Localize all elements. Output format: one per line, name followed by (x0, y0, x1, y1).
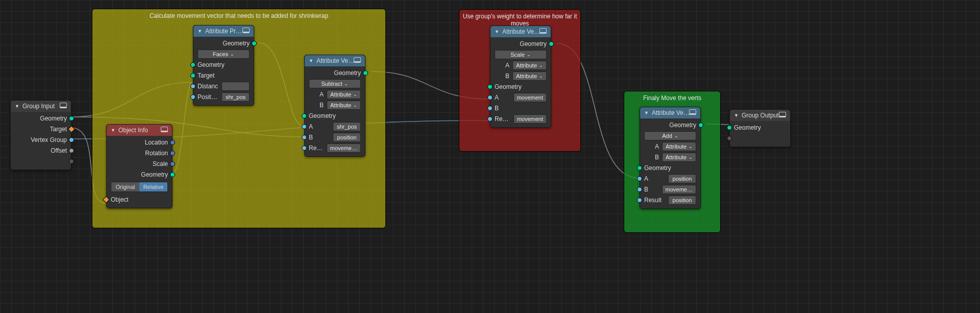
field-b[interactable]: moveme… (662, 185, 696, 194)
frame-label: Finaly Move the verts (624, 94, 720, 102)
socket-label: Offset (15, 147, 67, 154)
socket-result[interactable] (302, 146, 307, 151)
dropdown-op[interactable]: Scale⌄ (495, 50, 547, 59)
socket-geometry[interactable] (727, 125, 732, 130)
field-result[interactable]: moveme… (327, 143, 361, 153)
node-title: Attribute Proximity (205, 28, 245, 35)
field-a[interactable]: movement (513, 93, 547, 102)
socket-blank[interactable] (727, 136, 732, 141)
field-position[interactable]: shr_pos (222, 92, 250, 102)
screen-icon (689, 109, 696, 115)
dropdown-op[interactable]: Subtract⌄ (309, 79, 361, 88)
node-attribute-vector-math-3[interactable]: ▼ Attribute Vector M… Geometry Add⌄ AAtt… (640, 107, 701, 209)
node-header[interactable]: ▼ Group Input (11, 101, 71, 112)
socket-geometry[interactable] (170, 172, 175, 177)
chevron-down-icon: ⌄ (344, 81, 348, 86)
socket-geometry-out[interactable] (549, 41, 554, 46)
socket-distance[interactable] (190, 84, 195, 89)
socket-rotation[interactable] (170, 151, 175, 156)
socket-geometry-in[interactable] (190, 62, 195, 67)
socket-target[interactable] (190, 73, 195, 78)
field-result[interactable]: position (668, 196, 696, 205)
btn-relative[interactable]: Relative (139, 182, 167, 191)
socket-label: Scale (111, 160, 168, 167)
socket-geometry-out[interactable] (363, 70, 368, 76)
socket-geometry[interactable] (69, 116, 74, 121)
socket-b[interactable] (487, 106, 493, 111)
chevron-down-icon: ⌄ (539, 74, 543, 79)
dropdown-a-mode[interactable]: Attribute⌄ (327, 90, 361, 99)
socket-a[interactable] (302, 124, 307, 129)
node-title: Attribute Vector M… (316, 57, 356, 64)
node-header[interactable]: ▼ Group Output (730, 110, 790, 121)
socket-result[interactable] (637, 198, 642, 203)
chevron-down-icon: ▼ (734, 113, 739, 118)
lbl-a: A (644, 143, 659, 150)
socket-label: Distanc (198, 83, 218, 90)
socket-label: B (644, 186, 659, 193)
node-header[interactable]: ▼ Attribute Vector M… (305, 55, 365, 66)
field-b[interactable]: position (333, 133, 361, 142)
chevron-down-icon: ▼ (111, 128, 115, 133)
socket-label: Result (309, 145, 324, 152)
screen-icon (242, 28, 250, 33)
node-header[interactable]: ▼ Attribute Vector M… (491, 26, 551, 37)
socket-label: Geometry (198, 40, 250, 47)
socket-offset[interactable] (69, 148, 74, 153)
socket-a[interactable] (487, 95, 493, 100)
socket-label: Geometry (15, 115, 67, 122)
dropdown-mode[interactable]: Faces⌄ (198, 50, 250, 59)
socket-label: Position (198, 93, 218, 101)
socket-vertex-group[interactable] (69, 137, 74, 142)
socket-b[interactable] (637, 187, 642, 192)
socket-b[interactable] (302, 135, 307, 140)
dropdown-b-mode[interactable]: Attribute⌄ (662, 153, 696, 162)
node-object-info[interactable]: ▼ Object Info Location Rotation Scale Ge… (106, 124, 173, 208)
socket-geometry-in[interactable] (637, 165, 642, 171)
node-header[interactable]: ▼ Attribute Vector M… (640, 107, 700, 118)
screen-icon (60, 103, 67, 108)
socket-a[interactable] (637, 176, 642, 181)
btn-original[interactable]: Original (111, 182, 139, 191)
node-header[interactable]: ▼ Attribute Proximity (193, 26, 254, 37)
socket-result[interactable] (487, 116, 493, 122)
socket-geometry-out[interactable] (698, 123, 703, 128)
socket-label: Object (111, 196, 168, 203)
chevron-down-icon: ⌄ (353, 92, 357, 97)
node-attribute-vector-math-1[interactable]: ▼ Attribute Vector M… Geometry Subtract⌄… (304, 55, 365, 157)
node-attribute-vector-math-2[interactable]: ▼ Attribute Vector M… Geometry Scale⌄ AA… (490, 26, 551, 128)
node-attribute-proximity[interactable]: ▼ Attribute Proximity Geometry Faces⌄ Ge… (193, 25, 254, 106)
socket-blank[interactable] (69, 159, 74, 164)
transform-space-toggle[interactable]: Original Relative (111, 182, 168, 192)
field-distance[interactable] (222, 82, 250, 91)
socket-location[interactable] (170, 140, 175, 145)
socket-position[interactable] (190, 94, 195, 100)
field-a[interactable]: position (668, 174, 696, 183)
node-group-input[interactable]: ▼ Group Input Geometry Target Vertex Gro… (10, 100, 71, 170)
frame-label: Calculate movement vector that needs to … (92, 12, 385, 19)
field-result[interactable]: movement (513, 114, 547, 124)
chevron-down-icon: ▼ (15, 104, 19, 109)
frame-label: Use group's weight to determine how far … (459, 13, 580, 27)
screen-icon (540, 28, 547, 34)
node-title: Attribute Vector M… (652, 109, 692, 116)
socket-label: Geometry (111, 171, 168, 178)
dropdown-a-mode[interactable]: Attribute⌄ (512, 61, 547, 70)
node-group-output[interactable]: ▼ Group Output Geometry (729, 109, 791, 147)
node-title: Group Output (742, 112, 779, 119)
socket-label: Target (15, 126, 67, 133)
socket-geometry-out[interactable] (252, 41, 257, 46)
lbl-a: A (495, 62, 509, 69)
socket-geometry-in[interactable] (302, 113, 307, 118)
dropdown-b-mode[interactable]: Attribute⌄ (512, 71, 547, 81)
socket-label: B (495, 105, 547, 112)
socket-scale[interactable] (170, 161, 175, 166)
field-a[interactable]: shr_pos (333, 122, 361, 131)
dropdown-a-mode[interactable]: Attribute⌄ (662, 142, 696, 151)
node-header[interactable]: ▼ Object Info (107, 125, 172, 136)
dropdown-b-mode[interactable]: Attribute⌄ (327, 101, 361, 110)
lbl-b: B (495, 73, 509, 80)
dropdown-op[interactable]: Add⌄ (644, 131, 696, 140)
socket-label: Geometry (309, 69, 361, 77)
socket-geometry-in[interactable] (487, 84, 493, 89)
